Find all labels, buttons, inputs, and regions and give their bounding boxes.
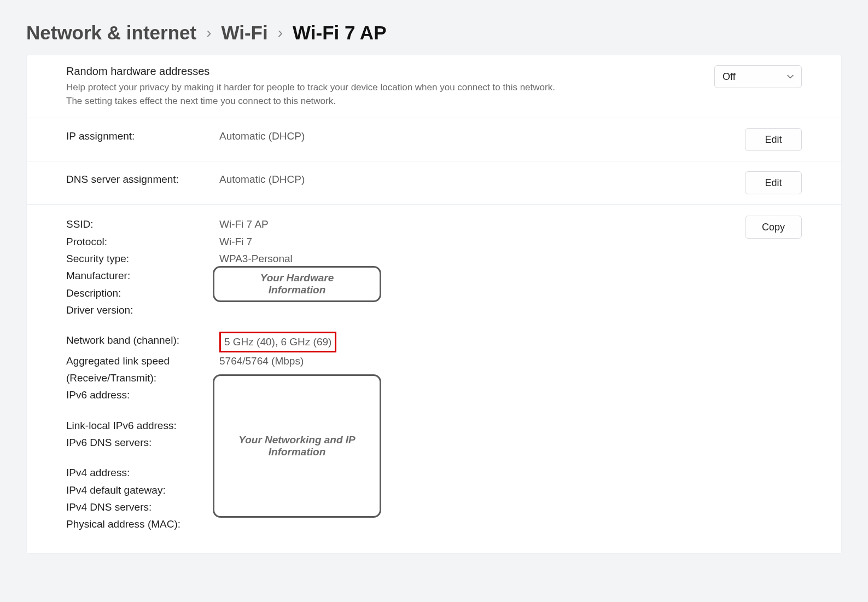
ssid-value: Wi-Fi 7 AP	[219, 216, 269, 233]
band-label: Network band (channel):	[66, 332, 219, 352]
protocol-value: Wi-Fi 7	[219, 233, 252, 250]
ipv4-label: IPv4 address:	[66, 464, 219, 481]
ip-assignment-section: IP assignment: Automatic (DHCP) Edit	[27, 118, 841, 161]
random-hw-dropdown-value: Off	[723, 71, 736, 83]
ipv4gw-label: IPv4 default gateway:	[66, 482, 219, 499]
breadcrumb-network[interactable]: Network & internet	[26, 22, 196, 44]
driver-label: Driver version:	[66, 302, 219, 319]
description-label: Description:	[66, 285, 219, 302]
dns-assignment-value: Automatic (DHCP)	[219, 171, 732, 188]
band-value-highlight: 5 GHz (40), 6 GHz (69)	[219, 332, 336, 352]
ssid-label: SSID:	[66, 216, 219, 233]
copy-button[interactable]: Copy	[745, 216, 802, 239]
breadcrumb-current: Wi-Fi 7 AP	[293, 22, 386, 44]
breadcrumb: Network & internet › Wi-Fi › Wi-Fi 7 AP	[26, 22, 842, 44]
properties-section: Copy SSID:Wi-Fi 7 AP Protocol:Wi-Fi 7 Se…	[27, 205, 841, 553]
hardware-info-placeholder: Your Hardware Information	[213, 266, 381, 302]
mac-label: Physical address (MAC):	[66, 516, 219, 532]
manufacturer-label: Manufacturer:	[66, 267, 219, 284]
link-speed-label: Aggregated link speed (Receive/Transmit)…	[66, 352, 219, 387]
ip-assignment-label: IP assignment:	[66, 128, 219, 144]
ip-assignment-value: Automatic (DHCP)	[219, 128, 732, 144]
ipv4dns-label: IPv4 DNS servers:	[66, 499, 219, 516]
ipv6-label: IPv6 address:	[66, 386, 219, 403]
ip-assignment-edit-button[interactable]: Edit	[745, 128, 802, 151]
breadcrumb-wifi[interactable]: Wi-Fi	[221, 22, 267, 44]
dns-assignment-section: DNS server assignment: Automatic (DHCP) …	[27, 161, 841, 205]
security-value: WPA3-Personal	[219, 250, 293, 267]
random-hw-desc: Help protect your privacy by making it h…	[66, 81, 569, 108]
chevron-down-icon	[787, 74, 794, 79]
random-hw-section: Random hardware addresses Help protect y…	[27, 55, 841, 118]
dns-assignment-edit-button[interactable]: Edit	[745, 171, 802, 194]
ipv6dns-label: IPv6 DNS servers:	[66, 434, 219, 451]
protocol-label: Protocol:	[66, 233, 219, 250]
random-hw-dropdown[interactable]: Off	[714, 65, 802, 88]
dns-assignment-label: DNS server assignment:	[66, 171, 219, 188]
settings-panel: Random hardware addresses Help protect y…	[26, 55, 842, 554]
random-hw-title: Random hardware addresses	[66, 65, 701, 78]
chevron-right-icon: ›	[278, 24, 283, 42]
chevron-right-icon: ›	[206, 24, 211, 42]
networking-info-placeholder: Your Networking and IP Information	[213, 374, 381, 518]
linklocal6-label: Link-local IPv6 address:	[66, 417, 219, 434]
security-label: Security type:	[66, 250, 219, 267]
